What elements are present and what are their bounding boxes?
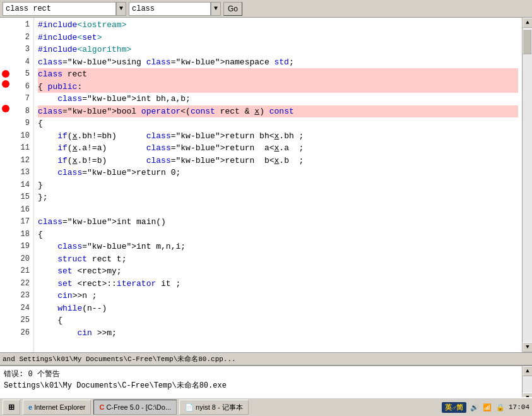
breakpoint-dot-8[interactable] (2, 105, 9, 112)
code-area[interactable]: #include<iostream>#include<set>#include<… (34, 18, 522, 352)
bp-row-5 (0, 70, 11, 78)
ie-button[interactable]: e Internet Explorer (23, 400, 91, 403)
bp-row-15 (0, 189, 11, 201)
line-number-20: 20 (15, 253, 30, 266)
line-number-12: 12 (15, 155, 30, 167)
bp-row-18 (0, 225, 11, 238)
bp-row-3 (0, 44, 11, 56)
code-line-13[interactable]: class="kw-blue">return 0; (38, 167, 518, 179)
code-line-11[interactable]: if(x.a!=a) class="kw-blue">return a<x.a … (38, 142, 518, 155)
scroll-down-button[interactable]: ▼ (523, 342, 532, 352)
code-line-17[interactable]: class="kw-blue">int main() (38, 216, 518, 229)
line-number-26: 26 (15, 327, 30, 340)
code-line-22[interactable]: set <rect>::iterator it ; (38, 278, 518, 290)
code-line-16[interactable] (38, 204, 518, 217)
code-line-12[interactable]: if(x.b!=b) class="kw-blue">return b<x.b … (38, 155, 518, 167)
line-number-24: 24 (15, 302, 30, 315)
line-number-23: 23 (15, 290, 30, 302)
bp-row-19 (0, 238, 11, 251)
line-number-7: 7 (15, 93, 30, 105)
scroll-up-button[interactable]: ▲ (523, 18, 532, 28)
bp-row-1 (0, 19, 11, 32)
code-line-26[interactable]: cin >>m; (38, 327, 518, 340)
code-line-21[interactable]: set <rect>my; (38, 265, 518, 278)
notepad-label: nyist 8 - 记事本 (196, 403, 243, 403)
status-path: and Settings\k01\My Documents\C-Free\Tem… (3, 354, 236, 364)
code-line-23[interactable]: cin>>n ; (38, 290, 518, 302)
scroll-track[interactable] (523, 28, 532, 342)
line-number-1: 1 (15, 19, 30, 32)
scroll-thumb[interactable] (523, 29, 531, 54)
code-line-6[interactable]: { public: (38, 81, 518, 93)
bp-row-2 (0, 32, 11, 44)
line-number-13: 13 (15, 167, 30, 179)
output-line2: Settings\k01\My Documents\C-Free\Temp\未命… (4, 380, 528, 391)
code-line-20[interactable]: struct rect t; (38, 253, 518, 266)
bp-row-16 (0, 201, 11, 213)
bp-row-20 (0, 250, 11, 263)
code-line-1[interactable]: #include<iostream> (38, 19, 518, 32)
bp-row-23 (0, 287, 11, 300)
code-line-7[interactable]: class="kw-blue">int bh,a,b; (38, 93, 518, 105)
line-number-9: 9 (15, 117, 30, 130)
bp-row-14 (0, 176, 11, 189)
code-line-15[interactable]: }; (38, 191, 518, 204)
bp-row-10 (0, 127, 11, 140)
breakpoint-dot-5[interactable] (2, 70, 9, 78)
line-number-11: 11 (15, 142, 30, 155)
bp-row-6 (0, 80, 11, 88)
bp-row-7 (0, 90, 11, 103)
line-number-6: 6 (15, 81, 30, 93)
code-line-10[interactable]: if(x.bh!=bh) class="kw-blue">return bh<x… (38, 130, 518, 143)
bp-row-4 (0, 56, 11, 69)
line-number-4: 4 (15, 56, 30, 69)
code-line-3[interactable]: #include<algorithm> (38, 44, 518, 56)
bp-row-17 (0, 213, 11, 226)
member-dropdown-value: class (132, 4, 155, 13)
code-line-19[interactable]: class="kw-blue">int m,n,i; (38, 241, 518, 253)
start-button[interactable]: ⊞ (3, 400, 20, 403)
vertical-scrollbar[interactable]: ▲ ▼ (522, 18, 532, 352)
bp-row-22 (0, 275, 11, 287)
bp-row-24 (0, 299, 11, 312)
line-number-17: 17 (15, 216, 30, 229)
code-line-4[interactable]: class="kw-blue">using class="kw-blue">na… (38, 56, 518, 69)
member-dropdown[interactable]: class (129, 2, 211, 16)
notepad-button[interactable]: 📄 nyist 8 - 记事本 (179, 400, 249, 403)
bp-row-8 (0, 105, 11, 112)
code-line-9[interactable]: { (38, 117, 518, 130)
line-number-14: 14 (15, 179, 30, 192)
line-number-3: 3 (15, 44, 30, 56)
line-number-15: 15 (15, 191, 30, 204)
code-line-24[interactable]: while(n--) (38, 302, 518, 315)
output-scroll-up[interactable]: ▲ (523, 366, 532, 376)
class-dropdown[interactable]: class rect (3, 2, 116, 16)
breakpoint-column (0, 18, 11, 352)
breakpoint-dot-6[interactable] (2, 80, 9, 88)
code-line-2[interactable]: #include<set> (38, 32, 518, 44)
line-number-16: 16 (15, 204, 30, 217)
editor-container: 1234567891011121314151617181920212223242… (0, 18, 532, 352)
toolbar: class rect ▼ class ▼ Go (0, 0, 532, 18)
line-numbers: 1234567891011121314151617181920212223242… (11, 18, 34, 352)
status-bar: and Settings\k01\My Documents\C-Free\Tem… (0, 352, 532, 365)
code-line-25[interactable]: { (38, 314, 518, 327)
code-line-18[interactable]: { (38, 229, 518, 241)
code-line-5[interactable]: class rect (38, 68, 518, 81)
yinyang-badge: 英♂简 (442, 402, 466, 403)
code-line-8[interactable]: class="kw-blue">bool operator<(const rec… (38, 105, 518, 118)
class-dropdown-value: class rect (6, 4, 51, 13)
line-number-21: 21 (15, 265, 30, 278)
cfree-button[interactable]: C C-Free 5.0 - [C:\Do... (93, 400, 177, 403)
class-dropdown-arrow[interactable]: ▼ (116, 2, 126, 16)
bp-row-25 (0, 312, 11, 324)
go-button[interactable]: Go (223, 2, 242, 16)
taskbar-icons: 英♂简 🔊 📶 🔒 17:04 (442, 402, 529, 403)
output-line1: 错误: 0 个警告 (4, 369, 528, 380)
line-number-25: 25 (15, 314, 30, 327)
line-number-18: 18 (15, 229, 30, 241)
bp-row-13 (0, 164, 11, 177)
member-dropdown-arrow[interactable]: ▼ (211, 2, 221, 16)
line-number-22: 22 (15, 278, 30, 290)
code-line-14[interactable]: } (38, 179, 518, 192)
